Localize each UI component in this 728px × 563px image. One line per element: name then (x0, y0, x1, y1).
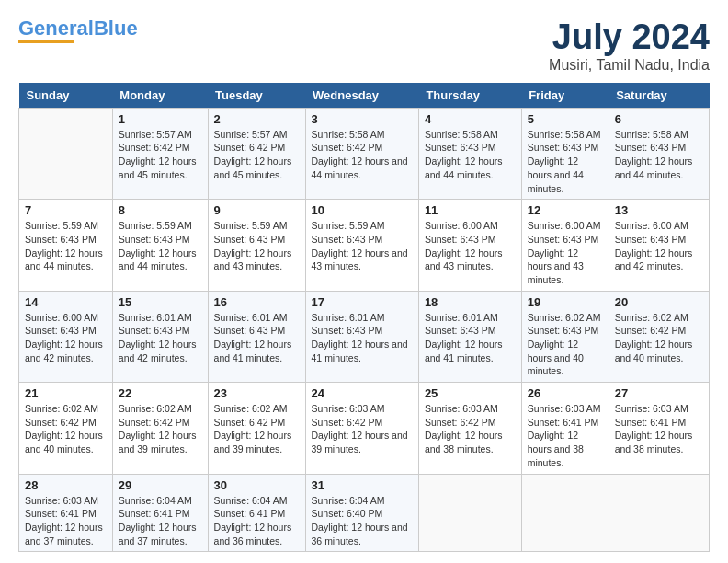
day-info: Sunrise: 5:59 AM Sunset: 6:43 PM Dayligh… (214, 219, 300, 273)
day-info: Sunrise: 6:02 AM Sunset: 6:42 PM Dayligh… (615, 311, 703, 365)
cal-cell: 15Sunrise: 6:01 AM Sunset: 6:43 PM Dayli… (112, 291, 208, 382)
day-number: 2 (214, 112, 300, 126)
day-info: Sunrise: 6:04 AM Sunset: 6:40 PM Dayligh… (312, 494, 413, 548)
logo-general: General (18, 17, 94, 40)
col-header-sunday: Sunday (19, 83, 113, 109)
cal-cell (19, 108, 113, 199)
title-area: July 2024 Musiri, Tamil Nadu, India (549, 18, 710, 74)
day-info: Sunrise: 5:59 AM Sunset: 6:43 PM Dayligh… (312, 219, 413, 273)
day-number: 13 (615, 203, 703, 217)
day-number: 29 (119, 478, 202, 492)
cal-cell: 13Sunrise: 6:00 AM Sunset: 6:43 PM Dayli… (609, 200, 709, 291)
day-number: 18 (425, 295, 516, 309)
day-number: 16 (214, 295, 300, 309)
day-number: 6 (615, 112, 703, 126)
day-number: 1 (119, 112, 202, 126)
day-info: Sunrise: 5:58 AM Sunset: 6:43 PM Dayligh… (425, 128, 516, 182)
cal-cell: 3Sunrise: 5:58 AM Sunset: 6:42 PM Daylig… (305, 108, 418, 199)
logo-blue: Blue (94, 17, 138, 40)
day-info: Sunrise: 6:01 AM Sunset: 6:43 PM Dayligh… (425, 311, 516, 365)
day-info: Sunrise: 6:02 AM Sunset: 6:42 PM Dayligh… (25, 402, 107, 456)
week-row-1: 1Sunrise: 5:57 AM Sunset: 6:42 PM Daylig… (19, 108, 710, 199)
day-info: Sunrise: 6:02 AM Sunset: 6:43 PM Dayligh… (528, 311, 603, 378)
page-header: GeneralBlue July 2024 Musiri, Tamil Nadu… (18, 18, 710, 74)
cal-cell: 1Sunrise: 5:57 AM Sunset: 6:42 PM Daylig… (112, 108, 208, 199)
cal-cell: 2Sunrise: 5:57 AM Sunset: 6:42 PM Daylig… (208, 108, 305, 199)
day-info: Sunrise: 5:58 AM Sunset: 6:43 PM Dayligh… (528, 128, 603, 195)
cal-cell (521, 474, 609, 552)
day-number: 9 (214, 203, 300, 217)
day-number: 8 (119, 203, 202, 217)
cal-cell: 12Sunrise: 6:00 AM Sunset: 6:43 PM Dayli… (521, 200, 609, 291)
day-info: Sunrise: 6:00 AM Sunset: 6:43 PM Dayligh… (528, 219, 603, 286)
cal-cell: 14Sunrise: 6:00 AM Sunset: 6:43 PM Dayli… (19, 291, 113, 382)
logo-text: GeneralBlue (18, 18, 138, 39)
cal-cell: 7Sunrise: 5:59 AM Sunset: 6:43 PM Daylig… (19, 200, 113, 291)
col-header-wednesday: Wednesday (305, 83, 418, 109)
day-info: Sunrise: 6:03 AM Sunset: 6:42 PM Dayligh… (425, 402, 516, 456)
cal-cell: 26Sunrise: 6:03 AM Sunset: 6:41 PM Dayli… (521, 383, 609, 474)
day-info: Sunrise: 6:01 AM Sunset: 6:43 PM Dayligh… (312, 311, 413, 365)
week-row-2: 7Sunrise: 5:59 AM Sunset: 6:43 PM Daylig… (19, 200, 710, 291)
cal-cell: 31Sunrise: 6:04 AM Sunset: 6:40 PM Dayli… (305, 474, 418, 552)
col-header-tuesday: Tuesday (208, 83, 305, 109)
day-number: 12 (528, 203, 603, 217)
day-number: 15 (119, 295, 202, 309)
day-info: Sunrise: 6:04 AM Sunset: 6:41 PM Dayligh… (119, 494, 202, 548)
cal-cell: 4Sunrise: 5:58 AM Sunset: 6:43 PM Daylig… (418, 108, 521, 199)
day-info: Sunrise: 6:04 AM Sunset: 6:41 PM Dayligh… (214, 494, 300, 548)
cal-cell: 21Sunrise: 6:02 AM Sunset: 6:42 PM Dayli… (19, 383, 113, 474)
day-info: Sunrise: 5:59 AM Sunset: 6:43 PM Dayligh… (119, 219, 202, 273)
day-info: Sunrise: 5:57 AM Sunset: 6:42 PM Dayligh… (119, 128, 202, 182)
day-info: Sunrise: 6:02 AM Sunset: 6:42 PM Dayligh… (214, 402, 300, 456)
cal-cell: 22Sunrise: 6:02 AM Sunset: 6:42 PM Dayli… (112, 383, 208, 474)
day-number: 17 (312, 295, 413, 309)
day-info: Sunrise: 6:03 AM Sunset: 6:41 PM Dayligh… (528, 402, 603, 469)
day-info: Sunrise: 5:58 AM Sunset: 6:43 PM Dayligh… (615, 128, 703, 182)
day-number: 21 (25, 386, 107, 400)
cal-cell: 23Sunrise: 6:02 AM Sunset: 6:42 PM Dayli… (208, 383, 305, 474)
day-number: 24 (312, 386, 413, 400)
cal-cell: 18Sunrise: 6:01 AM Sunset: 6:43 PM Dayli… (418, 291, 521, 382)
day-number: 26 (528, 386, 603, 400)
cal-cell: 6Sunrise: 5:58 AM Sunset: 6:43 PM Daylig… (609, 108, 709, 199)
calendar-title: July 2024 (549, 18, 710, 57)
day-info: Sunrise: 6:03 AM Sunset: 6:41 PM Dayligh… (615, 402, 703, 456)
day-number: 25 (425, 386, 516, 400)
cal-cell: 9Sunrise: 5:59 AM Sunset: 6:43 PM Daylig… (208, 200, 305, 291)
day-info: Sunrise: 6:01 AM Sunset: 6:43 PM Dayligh… (214, 311, 300, 365)
day-number: 31 (312, 478, 413, 492)
day-number: 23 (214, 386, 300, 400)
cal-cell: 27Sunrise: 6:03 AM Sunset: 6:41 PM Dayli… (609, 383, 709, 474)
cal-cell: 19Sunrise: 6:02 AM Sunset: 6:43 PM Dayli… (521, 291, 609, 382)
header-row: SundayMondayTuesdayWednesdayThursdayFrid… (19, 83, 710, 109)
day-info: Sunrise: 6:02 AM Sunset: 6:42 PM Dayligh… (119, 402, 202, 456)
col-header-monday: Monday (112, 83, 208, 109)
col-header-saturday: Saturday (609, 83, 709, 109)
day-info: Sunrise: 5:58 AM Sunset: 6:42 PM Dayligh… (312, 128, 413, 182)
cal-cell (609, 474, 709, 552)
week-row-3: 14Sunrise: 6:00 AM Sunset: 6:43 PM Dayli… (19, 291, 710, 382)
week-row-5: 28Sunrise: 6:03 AM Sunset: 6:41 PM Dayli… (19, 474, 710, 552)
day-number: 27 (615, 386, 703, 400)
cal-cell: 29Sunrise: 6:04 AM Sunset: 6:41 PM Dayli… (112, 474, 208, 552)
cal-cell: 28Sunrise: 6:03 AM Sunset: 6:41 PM Dayli… (19, 474, 113, 552)
col-header-thursday: Thursday (418, 83, 521, 109)
cal-cell: 17Sunrise: 6:01 AM Sunset: 6:43 PM Dayli… (305, 291, 418, 382)
day-number: 30 (214, 478, 300, 492)
day-info: Sunrise: 5:59 AM Sunset: 6:43 PM Dayligh… (25, 219, 107, 273)
cal-cell: 11Sunrise: 6:00 AM Sunset: 6:43 PM Dayli… (418, 200, 521, 291)
logo-underline (18, 40, 74, 43)
day-info: Sunrise: 5:57 AM Sunset: 6:42 PM Dayligh… (214, 128, 300, 182)
calendar-subtitle: Musiri, Tamil Nadu, India (549, 57, 710, 74)
cal-cell: 16Sunrise: 6:01 AM Sunset: 6:43 PM Dayli… (208, 291, 305, 382)
col-header-friday: Friday (521, 83, 609, 109)
logo: GeneralBlue (18, 18, 138, 43)
cal-cell: 10Sunrise: 5:59 AM Sunset: 6:43 PM Dayli… (305, 200, 418, 291)
day-info: Sunrise: 6:00 AM Sunset: 6:43 PM Dayligh… (615, 219, 703, 273)
day-number: 20 (615, 295, 703, 309)
cal-cell: 30Sunrise: 6:04 AM Sunset: 6:41 PM Dayli… (208, 474, 305, 552)
day-info: Sunrise: 6:01 AM Sunset: 6:43 PM Dayligh… (119, 311, 202, 365)
cal-cell (418, 474, 521, 552)
day-info: Sunrise: 6:00 AM Sunset: 6:43 PM Dayligh… (425, 219, 516, 273)
